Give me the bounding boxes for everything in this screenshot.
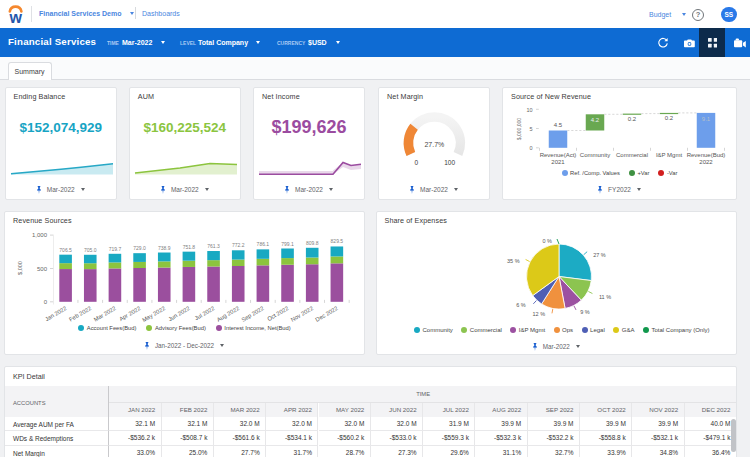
- svg-text:$,000,000: $,000,000: [516, 117, 522, 139]
- svg-text:0: 0: [529, 145, 532, 151]
- svg-text:829.5: 829.5: [331, 238, 344, 244]
- svg-text:Community: Community: [580, 151, 610, 157]
- svg-text:35 %: 35 %: [507, 258, 520, 264]
- svg-text:0: 0: [44, 299, 48, 305]
- svg-text:719.7: 719.7: [109, 245, 122, 251]
- svg-text:w: w: [9, 9, 23, 24]
- svg-text:9.1: 9.1: [702, 116, 711, 122]
- svg-text:799.1: 799.1: [281, 240, 294, 246]
- svg-text:12 %: 12 %: [532, 310, 545, 316]
- svg-text:761.3: 761.3: [207, 243, 220, 249]
- svg-text:729.0: 729.0: [133, 245, 146, 251]
- svg-text:809.8: 809.8: [306, 239, 319, 245]
- svg-text:Mar 2022: Mar 2022: [93, 305, 117, 322]
- svg-text:738.9: 738.9: [158, 244, 171, 250]
- svg-text:Oct 2022: Oct 2022: [266, 305, 289, 322]
- svg-text:Apr 2022: Apr 2022: [118, 305, 141, 322]
- svg-text:Jan 2022: Jan 2022: [44, 305, 68, 322]
- svg-text:100: 100: [444, 158, 455, 165]
- svg-text:$,000: $,000: [17, 261, 23, 275]
- svg-text:27 %: 27 %: [593, 251, 606, 257]
- svg-text:Feb 2022: Feb 2022: [68, 305, 92, 322]
- svg-text:0: 0: [415, 158, 419, 165]
- svg-text:Commercial: Commercial: [616, 151, 648, 157]
- svg-text:Jul 2022: Jul 2022: [194, 305, 216, 321]
- svg-text:0.2: 0.2: [628, 115, 637, 121]
- svg-text:786.1: 786.1: [257, 241, 270, 247]
- svg-text:10: 10: [526, 106, 532, 112]
- svg-text:Nov 2022: Nov 2022: [290, 305, 315, 323]
- svg-text:1,000: 1,000: [32, 232, 48, 238]
- svg-text:Dec 2022: Dec 2022: [314, 305, 339, 323]
- svg-text:I&P Mgmt: I&P Mgmt: [656, 151, 683, 157]
- svg-text:772.2: 772.2: [232, 242, 245, 248]
- svg-text:6 %: 6 %: [516, 302, 526, 308]
- svg-text:Sep 2022: Sep 2022: [240, 305, 265, 323]
- svg-text:4.5: 4.5: [554, 122, 563, 128]
- svg-text:0 %: 0 %: [542, 238, 552, 244]
- svg-text:0.2: 0.2: [665, 114, 674, 120]
- svg-text:706.5: 706.5: [59, 246, 72, 252]
- svg-text:705.0: 705.0: [84, 246, 97, 252]
- svg-text:2021: 2021: [551, 158, 565, 164]
- svg-text:4.2: 4.2: [591, 116, 600, 122]
- svg-text:5: 5: [529, 125, 532, 131]
- svg-text:11 %: 11 %: [598, 293, 610, 299]
- svg-text:9 %: 9 %: [580, 309, 590, 315]
- svg-text:500: 500: [37, 265, 48, 271]
- svg-text:Aug 2022: Aug 2022: [216, 305, 241, 323]
- svg-text:May 2022: May 2022: [141, 305, 166, 323]
- svg-text:Revenue(Bud): Revenue(Bud): [687, 151, 726, 157]
- svg-text:2022: 2022: [699, 158, 713, 164]
- svg-text:Revenue(Act): Revenue(Act): [540, 151, 577, 157]
- svg-text:27.7%: 27.7%: [424, 141, 444, 148]
- svg-text:Jun 2022: Jun 2022: [167, 305, 191, 322]
- svg-text:751.8: 751.8: [183, 243, 196, 249]
